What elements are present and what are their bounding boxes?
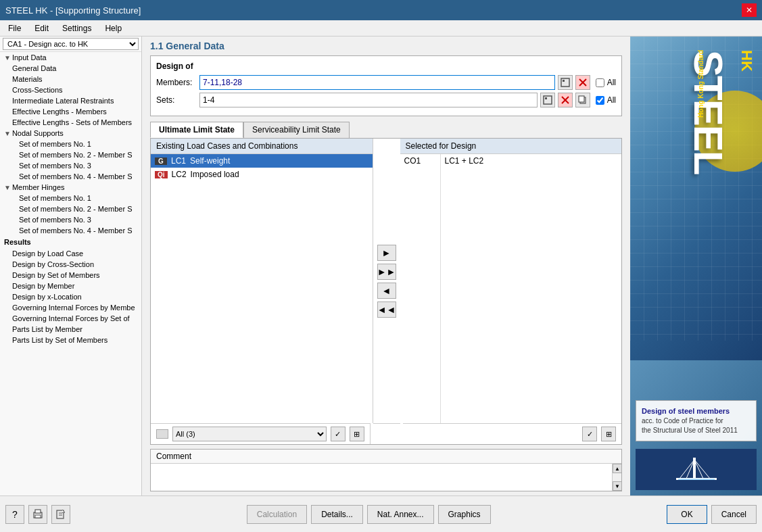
comment-scrollbar: ▲ ▼ xyxy=(612,464,621,491)
sidebar-item-parts-member[interactable]: Parts List by Member xyxy=(0,324,141,335)
sidebar-item-nodal-2[interactable]: Set of members No. 2 - Member S xyxy=(0,149,141,160)
hinges-label: Member Hinges xyxy=(12,183,65,191)
sets-all-row: All xyxy=(596,95,616,105)
nodal-label: Nodal Supports xyxy=(12,129,64,137)
members-select-btn[interactable] xyxy=(558,75,573,90)
sidebar-item-parts-set[interactable]: Parts List by Set of Members xyxy=(0,335,141,345)
sidebar-section-member-hinges[interactable]: ▼ Member Hinges xyxy=(0,182,141,193)
sidebar-item-lateral-restraints[interactable]: Intermediate Lateral Restraints xyxy=(0,95,141,106)
nat-annex-button[interactable]: Nat. Annex... xyxy=(367,505,434,524)
arrow-right-btn[interactable]: ► xyxy=(377,245,396,261)
menu-bar: File Edit Settings Help xyxy=(0,20,762,37)
existing-header: Existing Load Cases and Combinations xyxy=(151,139,373,154)
menu-file[interactable]: File xyxy=(3,22,26,34)
content-area: 1.1 General Data Design of Members: All xyxy=(142,37,630,495)
app-title: STEEL HK - [Supporting Structure] xyxy=(5,5,141,16)
sidebar-section-input-data[interactable]: ▼ Input Data xyxy=(0,52,141,63)
sidebar-item-materials[interactable]: Materials xyxy=(0,74,141,84)
main-layout: CA1 - Design acc. to HK ▼ Input Data Gen… xyxy=(0,37,762,495)
bridge-logo xyxy=(673,454,720,485)
load-cases-inner: Existing Load Cases and Combinations G L… xyxy=(151,139,621,423)
scroll-down-arrow[interactable]: ▼ xyxy=(613,481,622,491)
sidebar-item-results-member[interactable]: Design by Member xyxy=(0,281,141,291)
scroll-up-arrow[interactable]: ▲ xyxy=(613,464,622,473)
sidebar-item-hinge-3[interactable]: Set of members No. 3 xyxy=(0,214,141,225)
existing-check-btn[interactable]: ✓ xyxy=(331,427,346,441)
load-item-lc2[interactable]: Qi LC2 Imposed load xyxy=(151,168,373,181)
graphics-button[interactable]: Graphics xyxy=(438,505,491,524)
sets-copy-btn[interactable] xyxy=(575,93,590,107)
load-dropdown[interactable]: All (3) xyxy=(172,427,327,441)
menu-help[interactable]: Help xyxy=(99,22,127,34)
lc1-id: LC1 xyxy=(171,156,186,166)
bottom-toolbar: ? Calculation Details... Nat. Annex... G… xyxy=(0,495,762,532)
sets-input[interactable] xyxy=(199,93,538,107)
existing-grid-btn[interactable]: ⊞ xyxy=(350,427,364,441)
logo-area xyxy=(636,449,757,490)
sidebar-item-eff-lengths-members[interactable]: Effective Lengths - Members xyxy=(0,106,141,117)
ok-button[interactable]: OK xyxy=(667,505,707,524)
sets-select-btn[interactable] xyxy=(540,93,555,107)
details-button[interactable]: Details... xyxy=(311,505,363,524)
arrow-left-all-btn[interactable]: ◄◄ xyxy=(377,301,396,318)
arrow-left-btn[interactable]: ◄ xyxy=(377,283,396,299)
expand-icon-2: ▼ xyxy=(4,130,11,137)
sidebar-item-results-setofmembers[interactable]: Design by Set of Members xyxy=(0,270,141,281)
tab-ultimate-limit-state[interactable]: Ultimate Limit State xyxy=(150,122,243,138)
sidebar-item-nodal-4[interactable]: Set of members No. 4 - Member S xyxy=(0,171,141,182)
print-icon-btn[interactable] xyxy=(28,505,47,524)
badge-g: G xyxy=(155,158,167,165)
load-item-lc1[interactable]: G LC1 Self-weight xyxy=(151,154,373,168)
selected-header: Selected for Design xyxy=(400,139,622,154)
sidebar-item-results-loadcase[interactable]: Design by Load Case xyxy=(0,248,141,259)
sidebar-item-hinge-4[interactable]: Set of members No. 4 - Member S xyxy=(0,225,141,236)
members-all-checkbox[interactable] xyxy=(596,78,604,87)
svg-rect-9 xyxy=(579,96,584,102)
sidebar-item-eff-lengths-sets[interactable]: Effective Lengths - Sets of Members xyxy=(0,117,141,128)
sidebar-item-governing-set[interactable]: Governing Internal Forces by Set of xyxy=(0,313,141,324)
sidebar-item-hinge-1[interactable]: Set of members No. 1 xyxy=(0,193,141,203)
badge-q: Qi xyxy=(155,171,168,178)
sidebar-item-results-xlocation[interactable]: Design by x-Location xyxy=(0,291,141,302)
svg-line-13 xyxy=(680,460,694,479)
lc-combo-label: LC1 + LC2 xyxy=(445,156,618,166)
members-input[interactable] xyxy=(199,75,555,90)
right-branding-panel: STEEL HK Hong Kong Standard Design of st… xyxy=(630,37,762,495)
sidebar-item-nodal-3[interactable]: Set of members No. 3 xyxy=(0,160,141,171)
menu-settings[interactable]: Settings xyxy=(57,22,97,34)
comment-label: Comment xyxy=(151,450,621,464)
sidebar-item-hinge-2[interactable]: Set of members No. 2 - Member S xyxy=(0,203,141,214)
selected-grid-btn[interactable]: ⊞ xyxy=(601,427,616,441)
sets-all-checkbox[interactable] xyxy=(596,96,604,105)
close-button[interactable]: ✕ xyxy=(742,3,757,17)
expand-icon: ▼ xyxy=(4,54,11,62)
export-icon-btn[interactable] xyxy=(51,505,70,524)
sidebar-item-nodal-1[interactable]: Set of members No. 1 xyxy=(0,139,141,149)
arrow-right-all-btn[interactable]: ►► xyxy=(377,264,396,280)
comment-textarea[interactable] xyxy=(151,464,621,491)
existing-panel: Existing Load Cases and Combinations G L… xyxy=(151,139,373,423)
sidebar-section-nodal-supports[interactable]: ▼ Nodal Supports xyxy=(0,128,141,139)
svg-rect-0 xyxy=(561,78,569,87)
sidebar-item-cross-sections[interactable]: Cross-Sections xyxy=(0,84,141,95)
members-label: Members: xyxy=(156,78,197,87)
sets-clear-btn[interactable] xyxy=(558,93,573,107)
sidebar-item-results-crosssection[interactable]: Design by Cross-Section xyxy=(0,259,141,270)
steel-vertical-text: STEEL xyxy=(685,50,732,174)
members-clear-btn[interactable] xyxy=(575,75,590,90)
arrows-column: ► ►► ◄ ◄◄ xyxy=(373,139,400,423)
menu-edit[interactable]: Edit xyxy=(29,22,54,34)
calculation-button[interactable]: Calculation xyxy=(247,505,307,524)
sidebar-item-governing-member[interactable]: Governing Internal Forces by Membe xyxy=(0,302,141,313)
mid-bottom xyxy=(373,423,400,444)
brand-box-line2: acc. to Code of Practice for xyxy=(642,416,751,426)
existing-bottom: All (3) ✓ ⊞ xyxy=(151,423,371,444)
help-icon-btn[interactable]: ? xyxy=(5,505,24,524)
design-dropdown[interactable]: CA1 - Design acc. to HK xyxy=(3,38,139,50)
sidebar-item-general-data[interactable]: General Data xyxy=(0,63,141,74)
selected-check-btn[interactable]: ✓ xyxy=(582,427,597,441)
brand-box-line3: the Structural Use of Steel 2011 xyxy=(642,426,751,435)
tab-serviceability-limit-state[interactable]: Serviceability Limit State xyxy=(243,122,350,138)
cancel-button[interactable]: Cancel xyxy=(711,505,757,524)
co1-label: CO1 xyxy=(404,156,436,166)
